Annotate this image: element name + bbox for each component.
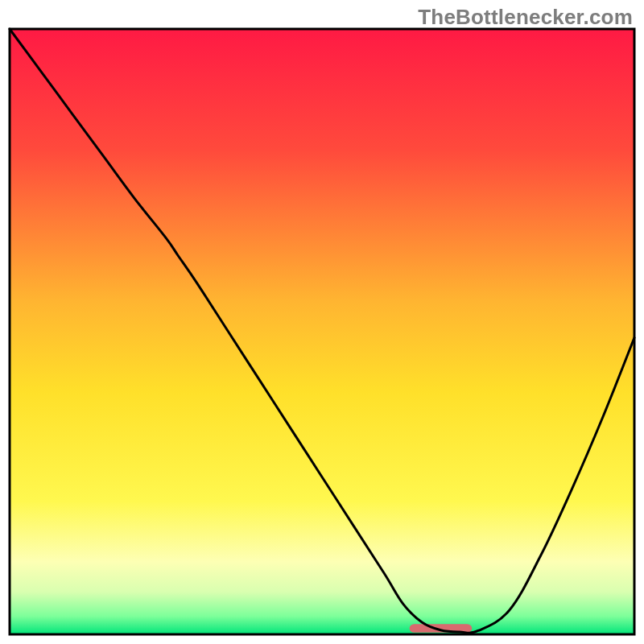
plot-background [10,29,634,634]
bottleneck-chart [0,0,644,644]
chart-container: TheBottlenecker.com [0,0,644,644]
